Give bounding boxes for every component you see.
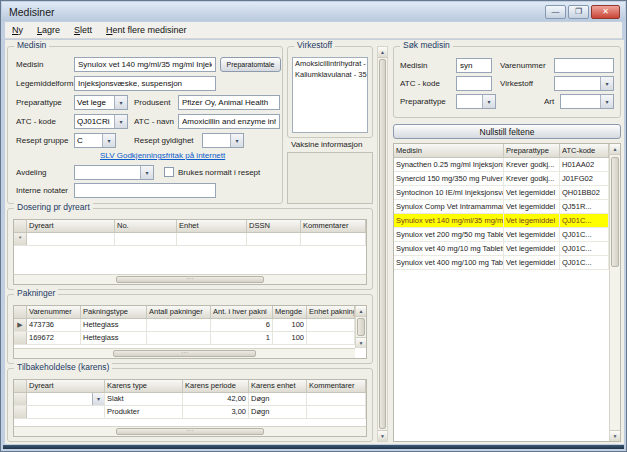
result-row[interactable]: Synulox vet 200 mg/50 mg Tablett Vet leg…: [394, 228, 609, 242]
menu-item-lagre[interactable]: Lagre: [30, 23, 67, 37]
grid-cell[interactable]: [307, 393, 366, 405]
dyreart-combo[interactable]: ▾: [27, 393, 104, 405]
column-header[interactable]: Kommentarer: [301, 220, 366, 232]
column-header[interactable]: Preparattype: [504, 144, 560, 157]
column-header[interactable]: ATC-kode: [560, 144, 609, 157]
tilbakeholdelse-row[interactable]: Produkter 3,00 Døgn: [14, 406, 366, 419]
chevron-down-icon[interactable]: ▾: [92, 393, 104, 405]
hscrollbar-thumb[interactable]: ···: [113, 350, 256, 357]
column-header[interactable]: Karens enhet: [249, 380, 307, 392]
pakninger-hscrollbar[interactable]: ···: [14, 348, 355, 358]
medisin-input[interactable]: [74, 57, 216, 72]
tilbakeholdelse-row[interactable]: ▾ Slakt 42,00 Døgn: [14, 393, 366, 406]
tilbakeholdelse-hscrollbar[interactable]: ···: [14, 426, 366, 436]
pakninger-row[interactable]: ▶ 473736 Hetteglass 6 100: [14, 319, 355, 332]
chevron-down-icon[interactable]: ▾: [114, 96, 127, 109]
grid-cell[interactable]: 473736: [27, 319, 81, 331]
column-header[interactable]: No.: [115, 220, 177, 232]
grid-cell[interactable]: 100: [273, 332, 307, 344]
scroll-down-icon[interactable]: ▼: [356, 337, 366, 348]
scrollbar-thumb[interactable]: [357, 318, 365, 336]
scrollbar-thumb[interactable]: [379, 59, 386, 429]
interne-notater-input[interactable]: [74, 183, 216, 198]
result-row[interactable]: Synulox vet 140 mg/ml/35 mg/ml In... Vet…: [394, 214, 609, 228]
result-row[interactable]: Synulox Comp Vet Intramammarie Vet legem…: [394, 200, 609, 214]
grid-cell[interactable]: Hetteglass: [81, 332, 147, 344]
sok-atc-kode-input[interactable]: [456, 76, 492, 91]
varenummer-input[interactable]: [554, 58, 614, 73]
grid-cell[interactable]: Døgn: [249, 406, 307, 418]
preparatomtale-button[interactable]: Preparatomtale: [220, 57, 281, 72]
chevron-down-icon[interactable]: ▾: [114, 115, 127, 128]
chevron-down-icon[interactable]: ▾: [600, 95, 613, 108]
scroll-up-icon[interactable]: ▲: [356, 306, 366, 317]
left-panel-scrollbar[interactable]: ▲ ▼: [377, 46, 388, 442]
record-selector[interactable]: [14, 393, 27, 405]
resept-gyldighet-combo[interactable]: ▾: [202, 133, 244, 148]
grid-cell[interactable]: Hetteglass: [81, 319, 147, 331]
selector-column-header[interactable]: [14, 306, 27, 318]
sok-virkestoff-combo[interactable]: ▾: [554, 76, 614, 91]
dosering-hscrollbar[interactable]: ···: [14, 274, 366, 284]
avdeling-combo[interactable]: ▾: [74, 165, 154, 180]
selector-column-header[interactable]: [14, 220, 27, 232]
grid-cell[interactable]: 42,00: [183, 393, 249, 405]
column-header[interactable]: Ant. i hver pakni: [211, 306, 273, 318]
grid-cell[interactable]: [177, 233, 247, 245]
maximize-button[interactable]: ❐: [568, 5, 589, 19]
selector-column-header[interactable]: [14, 380, 27, 392]
column-header[interactable]: Pakningstype: [81, 306, 147, 318]
hscrollbar-thumb[interactable]: ···: [116, 428, 264, 435]
resept-gruppe-combo[interactable]: C ▾: [74, 133, 116, 148]
chevron-down-icon[interactable]: ▾: [140, 166, 153, 179]
results-vscrollbar[interactable]: ▲ ▼: [609, 144, 620, 441]
grid-cell[interactable]: [27, 233, 115, 245]
scroll-up-icon[interactable]: ▲: [378, 47, 387, 58]
grid-cell[interactable]: [307, 319, 355, 331]
result-row[interactable]: Synercid 150 mg/350 mg Pulver til i... K…: [394, 172, 609, 186]
menu-item-slett[interactable]: Slett: [67, 23, 99, 37]
grid-cell[interactable]: 6: [211, 319, 273, 331]
column-header[interactable]: Kommentarer: [307, 380, 366, 392]
grid-cell[interactable]: 1: [211, 332, 273, 344]
grid-cell[interactable]: [307, 406, 366, 418]
art-combo[interactable]: ▾: [560, 94, 614, 109]
scroll-down-icon[interactable]: ▼: [610, 430, 620, 441]
grid-cell[interactable]: [147, 319, 211, 331]
scrollbar-thumb[interactable]: [611, 157, 619, 267]
column-header[interactable]: Varenummer: [27, 306, 81, 318]
produsent-input[interactable]: [178, 95, 280, 110]
chevron-down-icon[interactable]: ▾: [482, 95, 495, 108]
preparattype-combo[interactable]: Vet lege ▾: [74, 95, 128, 110]
grid-cell[interactable]: [27, 406, 105, 418]
column-header[interactable]: Enhet: [177, 220, 247, 232]
nullstill-feltene-button[interactable]: Nullstill feltene: [393, 124, 621, 139]
grid-cell[interactable]: [115, 233, 177, 245]
hscrollbar-thumb[interactable]: ···: [116, 276, 264, 283]
column-header[interactable]: Dyreart: [27, 220, 115, 232]
column-header[interactable]: Mengde: [273, 306, 307, 318]
minimize-button[interactable]: —: [545, 5, 566, 19]
chevron-down-icon[interactable]: ▾: [102, 134, 115, 147]
atc-kode-combo[interactable]: QJ01CRi ▾: [74, 114, 128, 129]
column-header[interactable]: Karens periode: [183, 380, 249, 392]
result-row[interactable]: Synacthen 0.25 mg/ml Injeksjonsv... Krev…: [394, 158, 609, 172]
title-bar[interactable]: Medisiner — ❐ ✕: [2, 2, 625, 21]
chevron-down-icon[interactable]: ▾: [230, 134, 243, 147]
grid-cell[interactable]: [307, 332, 355, 344]
record-selector[interactable]: [14, 406, 27, 418]
column-header[interactable]: Medisin: [394, 144, 504, 157]
result-row[interactable]: Synulox vet 400 mg/100 mg Tablett Vet le…: [394, 256, 609, 270]
grid-cell[interactable]: 100: [273, 319, 307, 331]
sok-medisin-input[interactable]: [456, 58, 492, 73]
chevron-down-icon[interactable]: ▾: [600, 77, 613, 90]
column-header[interactable]: Dyreart: [27, 380, 105, 392]
virkestoff-list-item[interactable]: Amoksicillintrihydrat - ...: [293, 58, 367, 69]
column-header[interactable]: Antall pakninger: [147, 306, 211, 318]
column-header[interactable]: DSSN: [247, 220, 301, 232]
menu-item-hent-flere-medisiner[interactable]: Hent flere medisiner: [99, 23, 194, 37]
brukes-checkbox[interactable]: [164, 167, 174, 177]
grid-cell[interactable]: 169672: [27, 332, 81, 344]
result-row[interactable]: Syntocinon 10 IE/ml Injeksjonsvæs... Vet…: [394, 186, 609, 200]
pakninger-row[interactable]: 169672 Hetteglass 1 100: [14, 332, 355, 345]
